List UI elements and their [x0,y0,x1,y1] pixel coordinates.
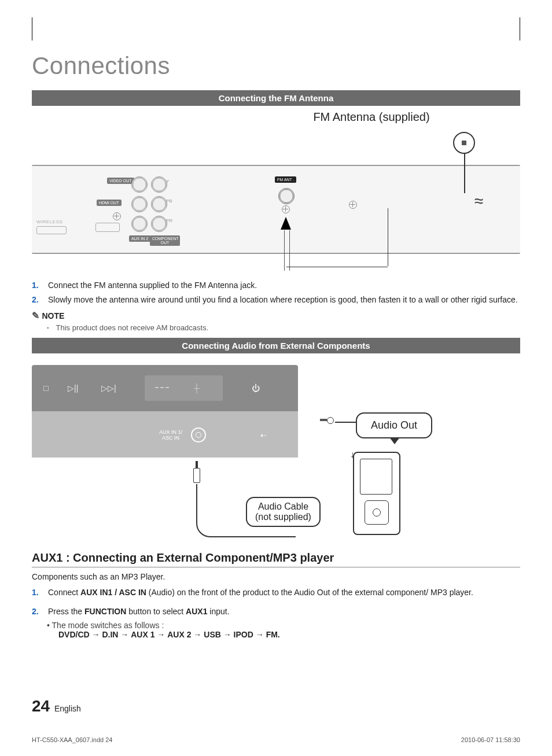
print-mark-right: 2010-06-07 11:58:30 [461,736,520,743]
cable-icon [284,230,290,271]
mode: D.IN [102,630,118,639]
print-mark-left: HT-C550-XAA_0607.indd 24 [32,736,112,743]
t-bold: AUX IN1 / ASC IN [80,588,146,597]
jack-icon [131,196,148,212]
list-item: 1. Connect AUX IN1 / ASC IN (Audio) on t… [32,587,520,598]
label-pr: PR [166,218,172,223]
cable-path-icon [388,208,389,266]
mp3-pad-icon [365,500,389,525]
label-asc-in: AUX IN 1/ ASC IN [159,430,182,441]
fm-steps: 1. Connect the FM antenna supplied to th… [32,280,520,305]
mode: AUX 1 [131,630,154,639]
section-header-aux: Connecting Audio from External Component… [32,338,520,353]
dash-icon [155,387,169,390]
list-item: 2. Slowly move the antenna wire around u… [32,294,520,305]
t: (Audio) on the front of the product to t… [146,588,473,597]
screw-icon [113,212,121,220]
step-number: 2. [32,606,42,617]
label-component-out: COMPONENT OUT [150,235,180,246]
plus-icon: ┼ [194,383,200,393]
antenna-wire-icon [464,153,465,193]
t: Connect [48,588,80,597]
aux-steps: 1. Connect AUX IN1 / ASC IN (Audio) on t… [32,587,520,617]
step-text: Connect the FM antenna supplied to the F… [48,280,257,291]
t-bold: FUNCTION [84,607,126,616]
note-text: This product does not receive AM broadca… [56,323,209,332]
player-top-panel: □ ▷|| ▷▷| ┼ ⏻ [32,365,298,411]
stop-icon: □ [43,383,48,393]
skip-icon: ▷▷| [101,383,116,393]
jack-icon [151,196,167,212]
step-number: 2. [32,294,42,305]
callout-line2: (not supplied) [255,512,311,522]
list-item: 1. Connect the FM antenna supplied to th… [32,280,520,291]
hdmi-port-icon [95,223,120,232]
t: input. [207,607,229,616]
asc-line1: AUX IN 1/ [159,429,182,435]
callout-line1: Audio Cable [258,501,308,511]
label-pb: PB [166,198,172,204]
step-text: Connect AUX IN1 / ASC IN (Audio) on the … [48,587,473,598]
t: Press the [48,607,84,616]
mini-plug-icon [320,417,334,423]
wave-icon: ≈ [474,192,480,211]
fm-antenna-label: FM Antenna (supplied) [223,110,520,124]
jack-icon [151,176,167,193]
mode: IPOD [234,630,253,639]
note-heading: NOTE [32,310,520,321]
screw-icon [282,205,290,213]
page-number: 24 [32,697,50,715]
aux-diagram: □ ▷|| ▷▷| ┼ ⏻ AUX IN 1/ ASC IN ⇠ Audio C… [32,365,520,544]
cable-icon [196,484,197,510]
aux1-heading: AUX1 : Connecting an External Component/… [32,551,520,567]
t: button to select [126,607,186,616]
step-number: 1. [32,280,42,291]
step-text: Press the FUNCTION button to select AUX1… [48,606,230,617]
label-aux-in2: AUX IN 2 [129,235,150,242]
page-footer: 24 English [32,697,81,716]
callout-audio-cable: Audio Cable (not supplied) [246,497,321,527]
callout-audio-out: Audio Out [356,412,432,438]
mp3-screen-icon [360,459,392,495]
asc-line2: ASC IN [162,435,179,441]
list-item: 2. Press the FUNCTION button to select A… [32,606,520,617]
mp3-player-icon [353,452,400,535]
fm-antenna-diagram: VIDEO OUT Y HDMI OUT PB PR AUX IN 2 COMP… [32,127,520,272]
page-title: Connections [32,52,520,80]
jack-icon [151,216,167,232]
label-wireless: WIRELESS [36,219,62,224]
antenna-base-icon [453,132,475,154]
play-pause-icon: ▷|| [68,383,78,393]
crop-mark [520,17,520,40]
mode-sequence: DVD/CD → D.IN → AUX 1 → AUX 2 → USB → IP… [58,630,520,639]
label-fm-ant: FM ANT . [275,176,296,183]
label-video-out: VIDEO OUT [107,178,134,184]
asc-jack-icon [191,427,206,442]
label-hdmi-out: HDMI OUT [97,200,122,206]
manual-page: Connections Connecting the FM Antenna FM… [0,0,552,756]
mode: DVD/CD [58,630,90,639]
disc-tray-icon: ┼ [145,375,223,401]
jack-icon [131,216,148,232]
audio-plug-icon [193,461,200,484]
t-bold: AUX1 [186,607,207,616]
power-icon: ⏻ [252,383,260,393]
arrow-up-icon [281,217,291,230]
step-text: Slowly move the antenna wire around unti… [48,294,518,305]
usb-icon: ⇠ [260,431,267,440]
section-header-fm: Connecting the FM Antenna [32,90,520,106]
cable-path-icon [286,266,388,267]
aux1-intro: Components such as an MP3 Player. [32,572,520,581]
mode: USB [204,630,221,639]
crop-mark [32,17,32,40]
note-item: This product does not receive AM broadca… [47,323,520,332]
step-number: 1. [32,587,42,598]
screw-icon [349,201,357,209]
fm-jack-icon [278,188,295,204]
wireless-slot-icon [36,226,67,234]
rear-panel-illustration: VIDEO OUT Y HDMI OUT PB PR AUX IN 2 COMP… [32,165,520,254]
mode-bullet: The mode switches as follows : [47,621,520,630]
page-language: English [54,704,81,713]
mode: AUX 2 [167,630,191,639]
jack-icon [131,176,148,193]
